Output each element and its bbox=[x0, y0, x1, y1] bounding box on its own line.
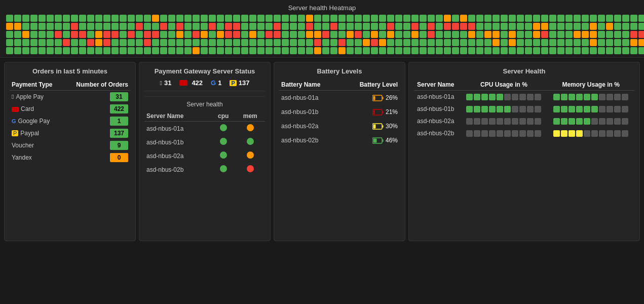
heatmap-cell bbox=[314, 31, 321, 38]
heatmap-cell bbox=[111, 31, 119, 38]
heatmap-cell bbox=[493, 47, 500, 54]
heatmap-cell bbox=[468, 15, 475, 22]
heatmap-cell bbox=[411, 31, 419, 38]
heatmap-cell bbox=[128, 31, 135, 38]
heatmap-cell bbox=[363, 47, 370, 54]
sh-big-cpu bbox=[461, 127, 548, 139]
heatmap-cell bbox=[428, 31, 435, 38]
heatmap-cell bbox=[557, 23, 564, 30]
sh-mini-row: asd-nbus-01b bbox=[144, 135, 265, 149]
sh-big-server-name: asd-nbus-02a bbox=[414, 115, 461, 127]
heatmap-cell bbox=[79, 31, 86, 38]
orders-count: 9 bbox=[63, 139, 130, 151]
sh-big-col1: Server Name bbox=[414, 79, 461, 91]
heatmap-cell bbox=[87, 39, 94, 46]
heatmap-cell bbox=[6, 23, 13, 30]
heatmap-cell bbox=[47, 31, 54, 38]
sh-big-col2: CPU Usage in % bbox=[461, 79, 548, 91]
heatmap-cell bbox=[525, 47, 532, 54]
heatmap-cell bbox=[338, 15, 346, 22]
heatmap-cell bbox=[387, 31, 394, 38]
heatmap-cell bbox=[476, 15, 483, 22]
heatmap-cell bbox=[71, 31, 78, 38]
heatmap-cell bbox=[160, 23, 167, 30]
heatmap-cell bbox=[136, 47, 143, 54]
heatmap-cell bbox=[395, 31, 402, 38]
heatmap-cell bbox=[103, 31, 110, 38]
battery-table: Battery Name Battery Level asd-nbus-01a … bbox=[279, 79, 400, 147]
heatmap-cell bbox=[614, 15, 621, 22]
svg-rect-2 bbox=[382, 97, 383, 99]
heatmap-cell bbox=[614, 47, 621, 54]
heatmap-cell bbox=[509, 39, 516, 46]
heatmap-cell bbox=[241, 47, 248, 54]
svg-rect-7 bbox=[373, 125, 375, 129]
heatmap-cell bbox=[428, 47, 435, 54]
heatmap-cell bbox=[590, 39, 597, 46]
heatmap-cell bbox=[574, 39, 581, 46]
heatmap-cell bbox=[120, 39, 127, 46]
battery-name: asd-nbus-01b bbox=[279, 105, 340, 119]
heatmap-cell bbox=[257, 47, 264, 54]
sh-mem-dot bbox=[236, 135, 265, 149]
heatmap-cell bbox=[501, 23, 508, 30]
heatmap-cell bbox=[257, 23, 264, 30]
heatmap-cell bbox=[144, 31, 151, 38]
heatmap-cell bbox=[306, 23, 313, 30]
heatmap-cell bbox=[241, 23, 248, 30]
sh-big-cpu bbox=[461, 115, 548, 127]
heatmap-cell bbox=[484, 39, 491, 46]
heatmap-cell bbox=[541, 15, 548, 22]
heatmap-cell bbox=[95, 23, 102, 30]
heatmap-cell bbox=[290, 15, 297, 22]
heatmap-cell bbox=[6, 39, 13, 46]
heatmap-cell bbox=[87, 31, 94, 38]
heatmap-cell bbox=[144, 39, 151, 46]
heatmap-cell bbox=[484, 15, 491, 22]
heatmap-cell bbox=[322, 31, 329, 38]
svg-rect-8 bbox=[382, 125, 383, 128]
heatmap-cell bbox=[168, 23, 175, 30]
heatmap-cell bbox=[136, 23, 143, 30]
heatmap-cell bbox=[598, 15, 605, 22]
heatmap-cell bbox=[363, 39, 370, 46]
heatmap-cell bbox=[95, 39, 102, 46]
sh-col-cpu: cpu bbox=[211, 111, 236, 122]
heatmap-cell bbox=[217, 31, 224, 38]
heatmap-cell bbox=[436, 39, 443, 46]
heatmap-cell bbox=[476, 47, 483, 54]
heatmap-row bbox=[6, 23, 638, 30]
heatmap-cell bbox=[249, 23, 256, 30]
battery-panel: Battery Levels Battery Name Battery Leve… bbox=[274, 62, 405, 241]
heatmap-cell bbox=[120, 31, 127, 38]
heatmap-cell bbox=[55, 47, 62, 54]
heatmap-cell bbox=[395, 23, 402, 30]
heatmap-cell bbox=[103, 47, 110, 54]
heatmap-cell bbox=[347, 31, 354, 38]
heatmap-cell bbox=[598, 39, 605, 46]
heatmap-cell bbox=[233, 23, 240, 30]
orders-row: Voucher9 bbox=[10, 139, 130, 151]
heatmap-cell bbox=[395, 15, 402, 22]
heatmap-cell bbox=[622, 15, 629, 22]
heatmap-cell bbox=[574, 47, 581, 54]
heatmap-cell bbox=[614, 39, 621, 46]
heatmap-cell bbox=[622, 31, 629, 38]
heatmap-cell bbox=[606, 31, 613, 38]
heatmap-cell bbox=[144, 47, 151, 54]
heatmap-cell bbox=[144, 23, 151, 30]
heatmap-cell bbox=[590, 15, 597, 22]
heatmap-cell bbox=[266, 15, 273, 22]
heatmap-cell bbox=[47, 39, 54, 46]
orders-col1: Payment Type bbox=[10, 79, 63, 91]
gateway-summary-item:  31 bbox=[160, 79, 172, 87]
server-health-panel: Server Health Server Name CPU Usage in %… bbox=[408, 62, 640, 241]
battery-level: 30% bbox=[340, 119, 400, 133]
sh-cpu-dot bbox=[211, 149, 236, 163]
heatmap-cell bbox=[282, 39, 289, 46]
heatmap-cell bbox=[582, 23, 589, 30]
svg-rect-5 bbox=[382, 111, 383, 113]
heatmap-cell bbox=[517, 23, 524, 30]
heatmap-cell bbox=[144, 15, 151, 22]
heatmap-cell bbox=[501, 15, 508, 22]
